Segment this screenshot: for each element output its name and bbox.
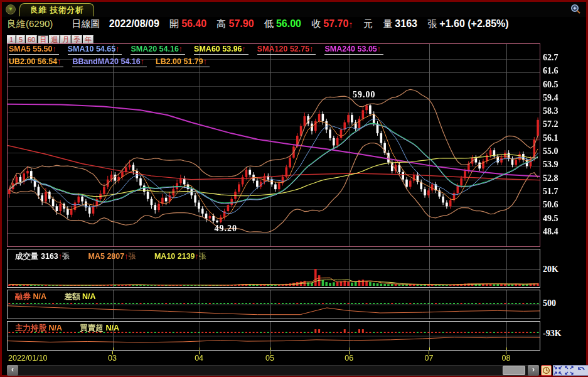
y-axis-label: 52.8: [543, 173, 559, 183]
y-axis-label: 59.4: [543, 93, 559, 103]
y-axis-label: 55.0: [543, 146, 559, 156]
scrollbar-track[interactable]: [7, 365, 539, 376]
clock-icon[interactable]: [541, 365, 552, 376]
y-axis-label: 60.5: [543, 80, 559, 90]
netbuy-label: 買賣超: [80, 324, 104, 332]
short-sale-pane: 融券 N/A 差額 N/A: [7, 290, 540, 319]
main-chart-pane: SMA5 55.50↑SMA10 54.65↑SMA20 54.16↑SMA60…: [7, 43, 540, 247]
vol-ma10-value: 2139: [178, 252, 195, 261]
force-pane-header: 主力持股 N/A 買賣超 N/A: [15, 323, 119, 334]
period-button-季[interactable]: 季: [72, 35, 82, 44]
indicator-LB2.00: LB2.00 51.79↑: [156, 57, 210, 67]
chart-tool-icons: [553, 365, 588, 376]
volume-pane: 成交量 3163↑張 MA5 2807↑張 MA10 2139↑張: [7, 249, 540, 288]
low-label: 低: [264, 18, 274, 29]
quote-date: 2022/08/09: [109, 18, 159, 29]
indicator-UB2.00: UB2.00 56.54↑: [9, 57, 63, 67]
y-axis-label: 51.7: [543, 187, 559, 197]
force-label: 主力持股: [15, 324, 46, 332]
y-axis-label: 48.4: [543, 227, 559, 237]
vol-ma5-label: MA5: [88, 252, 105, 261]
x-axis-label: 04: [195, 354, 203, 363]
indicator-SMA20: SMA20 54.16↑: [131, 45, 185, 55]
y-axis-label: 58.3: [543, 106, 559, 116]
high-annotation: 59.00: [353, 90, 376, 100]
y-axis-label: 56.1: [543, 133, 559, 143]
y-axis-label: 50.6: [543, 200, 559, 210]
vol-ma10-unit: 張: [199, 252, 207, 261]
period-button-週[interactable]: 週: [49, 35, 60, 44]
x-axis-label: 08: [501, 354, 510, 363]
stock-name: 良維(6290): [7, 18, 53, 29]
open-value: 56.40: [181, 18, 206, 29]
x-axis-label: 03: [108, 354, 117, 363]
indicator-BBandMA20: BBandMA20 54.16↑: [72, 57, 147, 67]
low-value: 56.00: [276, 18, 301, 29]
change-value: +1.60 (+2.85%): [439, 18, 508, 29]
volume-unit: 張: [62, 252, 70, 261]
vol-ma5-unit: 張: [128, 252, 136, 261]
scroll-right-button[interactable]: ›: [528, 365, 539, 376]
indicator-SMA60: SMA60 53.96↑: [194, 45, 249, 55]
y-axis-label: 49.5: [543, 214, 559, 224]
y-axis-label: 62.7: [543, 53, 559, 63]
quote-header: 良維(6290) 日線圖 2022/08/09 開 56.40 高 57.90 …: [2, 18, 586, 33]
period-button-1[interactable]: 1: [7, 35, 16, 44]
x-axis-start-label: 2022/01/10: [8, 354, 48, 363]
scroll-left-button[interactable]: ‹: [7, 365, 18, 376]
scrollbar-row: ‹ ›: [7, 365, 586, 376]
period-button-年[interactable]: 年: [83, 35, 94, 44]
volume-name: 成交量: [15, 252, 39, 261]
unit-label: 元: [363, 18, 373, 29]
chart-window: ▼ 良維 技術分析 良維(6290) 日線圖 2022/08/09 開 56.4…: [0, 0, 588, 377]
chart-type-label: 日線圖: [72, 18, 100, 29]
x-axis-label: 06: [345, 354, 353, 363]
y-axis-label: 57.2: [543, 119, 559, 129]
x-axis-label: 07: [425, 354, 434, 363]
y-axis-label: 61.6: [543, 66, 559, 76]
close-value: 57.70: [323, 18, 348, 29]
short-label: 融券: [15, 292, 31, 301]
magnifier-plus-icon[interactable]: [570, 4, 581, 14]
vol-ma10-label: MA10: [154, 252, 175, 261]
close-label: 收: [311, 18, 321, 29]
indicator-rows: SMA5 55.50↑SMA10 54.65↑SMA20 54.16↑SMA60…: [9, 45, 539, 70]
short-pane-header: 融券 N/A 差額 N/A: [15, 292, 96, 302]
period-button-5[interactable]: 5: [16, 35, 25, 44]
x-axis: 2022/01/10 030405060708: [7, 351, 540, 364]
shrink-icon[interactable]: [553, 366, 562, 375]
tab-bar: ▼ 良維 技術分析: [2, 2, 586, 17]
diff-value: N/A: [82, 292, 96, 301]
volume-total: 3163: [41, 252, 58, 261]
diff-label: 差額: [65, 292, 80, 301]
volume-unit: 張: [427, 18, 437, 29]
period-button-60[interactable]: 60: [26, 35, 37, 44]
high-value: 57.90: [229, 18, 254, 29]
period-button-月[interactable]: 月: [60, 35, 71, 44]
volume-value: 3163: [395, 18, 417, 29]
vol-ma5-value: 2807: [107, 252, 124, 261]
main-force-pane: 主力持股 N/A 買賣超 N/A: [7, 321, 540, 351]
tab-menu-button[interactable]: ▼: [6, 4, 16, 14]
volume-pane-header: 成交量 3163↑張 MA5 2807↑張 MA10 2139↑張: [15, 251, 206, 262]
volume-label: 量: [383, 18, 392, 29]
undo-icon[interactable]: [577, 366, 585, 375]
indicator-SMA240: SMA240 53.05↑: [324, 45, 383, 55]
close-up-arrow-icon: ↑: [348, 19, 353, 30]
stock-tab[interactable]: 良維 技術分析: [19, 3, 94, 16]
scrollbar-thumb[interactable]: [503, 366, 525, 375]
volume-axis-label: 20K: [543, 265, 559, 275]
indicator-SMA5: SMA5 55.50↑: [9, 45, 59, 55]
short-axis-label: 500: [543, 298, 556, 309]
short-value: N/A: [33, 292, 46, 301]
netbuy-value: N/A: [106, 324, 120, 332]
x-axis-label: 05: [265, 354, 274, 363]
period-toolbar: 1560日週月季年: [7, 33, 94, 43]
force-value: N/A: [48, 324, 61, 332]
force-axis-label: -93K: [543, 329, 562, 339]
period-button-日[interactable]: 日: [38, 35, 48, 44]
candlestick-chart-canvas[interactable]: [8, 44, 540, 246]
indicator-SMA10: SMA10 54.65↑: [68, 45, 122, 55]
y-axis-label: 53.9: [543, 160, 559, 170]
expand-icon[interactable]: [565, 366, 574, 375]
